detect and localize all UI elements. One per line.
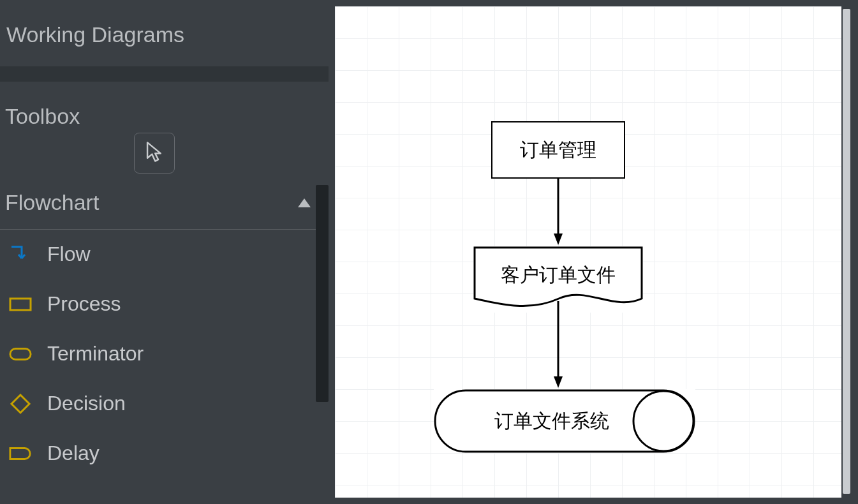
svg-point-7 [633,391,693,451]
diagram-node-datastore[interactable]: 订单文件系统 [434,389,695,453]
sidebar: Working Diagrams Toolbox Flowchart Flow [0,0,329,504]
toolbox-item-label: Decision [47,392,126,415]
diagram-node-label: 订单管理 [520,137,596,163]
svg-marker-3 [554,233,563,245]
flowchart-section-label: Flowchart [5,190,99,215]
toolbox-item-terminator[interactable]: Terminator [0,329,329,379]
svg-rect-0 [10,299,31,310]
collapse-up-icon [298,198,311,207]
flowchart-section-header[interactable]: Flowchart [0,181,329,230]
toolbox-item-label: Flow [47,242,91,266]
toolbox-item-label: Terminator [47,342,144,366]
decision-diamond-icon [9,392,32,415]
diagram-node-label: 客户订单文件 [501,262,616,288]
sidebar-divider-band [0,66,329,82]
toolbox-item-flow[interactable]: Flow [0,230,329,279]
toolbox-item-decision[interactable]: Decision [0,379,329,429]
diagram-node-process[interactable]: 订单管理 [491,121,625,179]
toolbox-item-label: Process [47,292,121,316]
toolbox-item-delay[interactable]: Delay [0,429,329,478]
toolbox-buttons-row [0,129,329,181]
toolbox-list: Flow Process Terminator [0,230,329,478]
diagram-connector[interactable] [554,301,563,390]
diagram-connector[interactable] [554,179,563,248]
diagram-node-label: 订单文件系统 [494,408,609,434]
diagram-node-document[interactable]: 客户订单文件 [473,246,643,313]
delay-shape-icon [9,442,32,465]
toolbox-scrollbar[interactable] [316,185,329,402]
canvas-area: 订单管理 客户订单文件 订单文件系统 [329,0,858,504]
toolbox-item-label: Delay [47,441,100,465]
diagram-canvas[interactable]: 订单管理 客户订单文件 订单文件系统 [335,6,852,498]
svg-marker-5 [554,376,563,388]
toolbox-title: Toolbox [0,82,329,129]
process-rect-icon [9,293,32,316]
cursor-icon [145,141,164,165]
terminator-pill-icon [9,343,32,366]
svg-rect-1 [10,348,31,359]
canvas-scrollbar[interactable] [843,9,850,494]
toolbox-item-process[interactable]: Process [0,279,329,329]
working-diagrams-title: Working Diagrams [0,0,329,66]
flow-arrow-icon [9,243,32,266]
pointer-tool-button[interactable] [134,133,175,174]
